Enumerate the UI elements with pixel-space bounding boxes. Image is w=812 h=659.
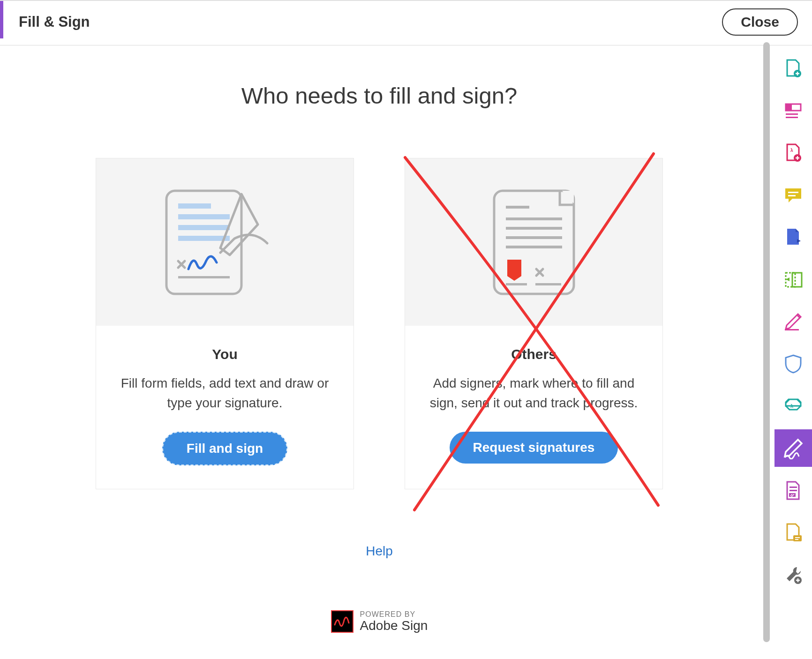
sign-icon[interactable] (783, 311, 804, 332)
card-others[interactable]: Others Add signers, mark where to fill a… (405, 158, 663, 489)
header: Fill & Sign Close (0, 0, 812, 45)
request-signatures-button[interactable]: Request signatures (450, 432, 618, 464)
fill-and-sign-button[interactable]: Fill and sign (162, 432, 287, 465)
main-heading: Who needs to fill and sign? (0, 82, 759, 109)
card-you-title: You (113, 346, 337, 362)
svg-rect-13 (535, 283, 561, 285)
svg-rect-5 (178, 276, 230, 278)
svg-rect-16 (786, 104, 792, 111)
others-illustration (405, 158, 662, 326)
redact-icon[interactable] (783, 480, 804, 501)
svg-rect-31 (795, 537, 800, 538)
header-accent (0, 1, 3, 38)
cards-row: You Fill form fields, add text and draw … (0, 158, 759, 489)
card-you[interactable]: You Fill form fields, add text and draw … (96, 158, 354, 489)
svg-rect-23 (792, 273, 802, 287)
svg-rect-1 (178, 203, 211, 209)
document-request-icon (480, 187, 588, 297)
svg-rect-12 (506, 283, 527, 285)
svg-rect-25 (785, 329, 799, 330)
svg-rect-30 (793, 535, 802, 541)
comment-icon[interactable] (783, 185, 804, 205)
powered-by-label: POWERED BY (360, 610, 428, 619)
svg-text:λ: λ (790, 403, 793, 409)
document-sign-icon (159, 187, 291, 297)
svg-rect-10 (506, 236, 562, 239)
svg-rect-32 (795, 539, 798, 540)
edit-pdf-icon[interactable] (783, 227, 804, 247)
more-tools-icon[interactable] (783, 564, 804, 585)
svg-rect-27 (789, 487, 797, 488)
fill-sign-icon[interactable] (774, 429, 812, 467)
svg-rect-4 (178, 236, 230, 241)
protect-icon[interactable] (783, 353, 804, 374)
compare-icon[interactable] (783, 269, 804, 290)
close-button[interactable]: Close (722, 8, 798, 36)
card-others-desc: Add signers, mark where to fill and sign… (422, 374, 646, 413)
organize-pages-icon[interactable] (783, 100, 804, 121)
export-pdf-icon[interactable] (783, 58, 804, 79)
svg-rect-3 (178, 225, 230, 230)
help-link[interactable]: Help (366, 544, 393, 558)
adobe-sign-logo-icon (331, 610, 353, 633)
svg-rect-22 (788, 195, 796, 196)
card-others-title: Others (422, 346, 646, 362)
svg-rect-17 (786, 113, 798, 115)
create-pdf-icon[interactable]: λ (783, 142, 804, 163)
you-illustration (96, 158, 353, 326)
powered-name: Adobe Sign (360, 619, 428, 633)
main-content: Who needs to fill and sign? (0, 39, 759, 659)
svg-text:λ: λ (790, 148, 793, 153)
svg-rect-9 (506, 227, 562, 230)
svg-rect-21 (788, 192, 798, 193)
send-review-icon[interactable] (783, 522, 804, 543)
scrollbar[interactable] (763, 42, 770, 642)
powered-by: POWERED BY Adobe Sign (0, 610, 759, 633)
card-you-desc: Fill form fields, add text and draw or t… (113, 374, 337, 413)
svg-rect-8 (506, 217, 562, 220)
svg-rect-18 (786, 117, 798, 118)
page-title: Fill & Sign (19, 14, 90, 30)
svg-rect-28 (789, 490, 797, 491)
right-tool-rail: λ λ (774, 39, 812, 659)
svg-rect-11 (506, 246, 562, 248)
svg-rect-7 (506, 206, 529, 209)
svg-rect-2 (178, 214, 230, 219)
optimize-icon[interactable]: λ (783, 396, 804, 416)
